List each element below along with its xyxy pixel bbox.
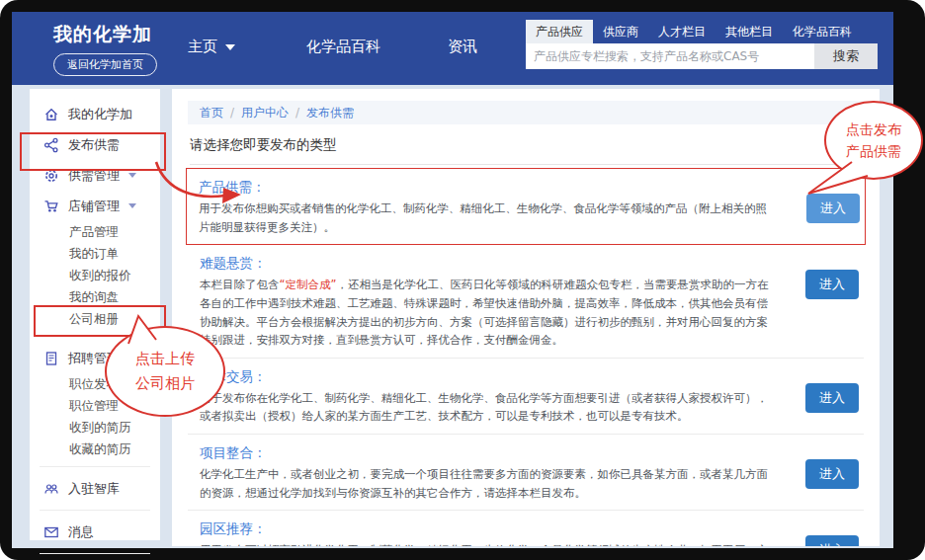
sidebar-item-messages[interactable]: 消息 [30,517,160,547]
callout-line: 公司相片 [135,371,195,397]
section-title: 项目整合： [200,444,777,462]
sidebar-label: 供需管理 [68,167,120,185]
section-product-supply: 产品供需： 用于发布你想购买或者销售的化学化工、制药化学、精细化工、生物化学、食… [186,168,866,245]
main-content: 首页 / 用户中心 / 发布供需 请选择您即要发布的类型 产品供需： 用于发布你… [172,89,880,546]
people-icon [43,481,59,497]
top-nav: 主页 化学品百科 资讯 [188,38,477,56]
sidebar-item-supply-management[interactable]: 供需管理 [30,160,160,191]
sidebar-subitem-product-management[interactable]: 产品管理 [30,221,160,243]
sidebar-item-publish-supply[interactable]: 发布供需 [30,129,160,160]
search-module: 产品供应 供应商 人才栏目 其他栏目 化学品百科 搜索 [526,20,878,69]
nav-wiki-label: 化学品百科 [306,38,380,56]
enter-button-problem-bounty[interactable]: 进入 [805,270,859,299]
sidebar-label: 店铺管理 [68,198,120,215]
body-text: 用于发布你在化学化工、制药化学、精细化工、生物化学、食品化学等方面想要引进（或者… [200,391,768,424]
body-text: 本栏目除了包含 [200,278,280,291]
enter-button-park-recommendation[interactable]: 进入 [805,535,859,546]
callout-line: 点击上传 [135,347,195,372]
body-highlight: “定制合成” [280,278,337,291]
page-title: 请选择您即要发布的类型 [190,136,864,165]
breadcrumb-user-center[interactable]: 用户中心 [241,105,289,121]
sidebar-subitem-my-orders[interactable]: 我的订单 [30,243,160,265]
section-body: 用于发布你在化学化工、制药化学、精细化工、生物化学、食品化学等方面想要引进（或者… [200,389,777,426]
body-text: 化学化工生产中，或者创业之初，要完成一个项目往往需要多方面的资源要素，如你已具备… [200,467,768,500]
breadcrumb-separator: / [295,106,299,120]
section-project-integration: 项目整合： 化学化工生产中，或者创业之初，要完成一个项目往往需要多方面的资源要素… [188,435,864,511]
breadcrumb: 首页 / 用户中心 / 发布供需 [188,101,864,124]
breadcrumb-separator: / [230,106,234,120]
callout-line: 点击发布 [846,119,901,140]
nav-home-label: 主页 [188,38,217,56]
callout-line: 产品供需 [846,140,901,162]
search-tab-wiki[interactable]: 化学品百科 [783,20,862,43]
search-tabs: 产品供应 供应商 人才栏目 其他栏目 化学品百科 [526,20,878,43]
chevron-down-icon [225,44,235,50]
sidebar-label: 我的化学加 [68,106,132,123]
gear-icon [43,168,59,184]
section-title: 园区推荐： [200,520,777,538]
cart-icon [43,199,59,214]
section-body: 化学化工生产中，或者创业之初，要完成一个项目往往需要多方面的资源要素，如你已具备… [200,465,777,502]
search-button[interactable]: 搜索 [814,43,878,69]
sidebar-item-thinktank[interactable]: 入驻智库 [30,473,160,504]
sidebar-divider [40,466,150,467]
search-tab-other[interactable]: 其他栏目 [715,20,783,43]
callout-publish-bubble: 点击发布 产品供需 [824,101,923,180]
section-body: 用于发布可以招商引进化学化工、制药化学、精细化工、生物化学、食品化学等领域的生产… [200,541,777,546]
sidebar-subitem-company-album[interactable]: 公司相册 [30,308,160,330]
back-home-button[interactable]: 返回化学加首页 [53,53,157,76]
search-tab-supplier[interactable]: 供应商 [593,20,648,43]
section-body: 本栏目除了包含“定制合成”，还相当是化学化工、医药日化等领域的科研难题众包专栏，… [200,276,777,350]
body-text: 用于发布你想购买或者销售的化学化工、制药化学、精细化工、生物化学、食品化学等领域… [199,201,767,234]
sidebar-divider [40,553,150,554]
breadcrumb-publish[interactable]: 发布供需 [306,105,354,121]
search-tab-product-supply[interactable]: 产品供应 [526,20,593,43]
nav-chemical-wiki[interactable]: 化学品百科 [306,38,380,56]
document-icon [43,351,59,366]
search-bar: 搜索 [526,43,878,69]
nav-news[interactable]: 资讯 [448,38,477,56]
section-body: 用于发布你想购买或者销售的化学化工、制药化学、精细化工、生物化学、食品化学等领域… [199,200,778,236]
nav-news-label: 资讯 [448,38,477,56]
section-problem-bounty: 难题悬赏： 本栏目除了包含“定制合成”，还相当是化学化工、医药日化等领域的科研难… [188,245,864,359]
search-input[interactable] [526,43,814,69]
sidebar-item-my-home[interactable]: 我的化学加 [30,99,160,129]
chevron-down-icon [128,173,136,178]
sidebar-label: 发布供需 [68,136,120,154]
mail-icon [43,524,59,540]
section-title: 产品供需： [199,179,778,197]
search-tab-talent[interactable]: 人才栏目 [648,20,715,43]
sidebar-divider [40,510,150,511]
sidebar-item-shop-management[interactable]: 店铺管理 [30,191,160,221]
sidebar-subitem-received-resumes[interactable]: 收到的简历 [30,417,160,439]
logo-block: 我的化学加 返回化学加首页 [53,22,157,76]
section-title: 技术交易： [200,368,777,386]
nav-home[interactable]: 主页 [188,38,235,56]
sidebar: 我的化学加 发布供需 供需管理 店铺管理 产品管理 我的订单 收到的报价 我的询… [30,89,160,540]
home-icon [43,107,59,122]
chevron-down-icon [128,203,136,208]
breadcrumb-home[interactable]: 首页 [200,105,223,121]
header: 我的化学加 返回化学加首页 主页 化学品百科 资讯 产品供应 供应商 [12,12,893,85]
sidebar-subitem-saved-resumes[interactable]: 收藏的简历 [30,439,160,460]
section-tech-trade: 技术交易： 用于发布你在化学化工、制药化学、精细化工、生物化学、食品化学等方面想… [188,359,864,435]
sidebar-label: 消息 [68,523,94,541]
enter-button-product-supply[interactable]: 进入 [806,194,860,223]
enter-button-project-integration[interactable]: 进入 [805,459,859,489]
section-title: 难题悬赏： [200,255,777,273]
section-park-recommendation: 园区推荐： 用于发布可以招商引进化学化工、制药化学、精细化工、生物化学、食品化学… [188,511,864,546]
enter-button-tech-trade[interactable]: 进入 [805,383,859,413]
sidebar-subitem-received-quotes[interactable]: 收到的报价 [30,265,160,286]
share-icon [43,137,59,153]
site-logo: 我的化学加 [53,22,157,47]
body-text: 用于发布可以招商引进化学化工、制药化学、精细化工、生物化学、食品化学等领域的生产… [200,543,768,546]
page: 我的化学加 返回化学加首页 主页 化学品百科 资讯 产品供应 供应商 [12,12,893,548]
callout-upload-bubble: 点击上传 公司相片 [105,326,225,417]
sidebar-label: 入驻智库 [68,480,120,498]
screenshot-stage: 我的化学加 返回化学加首页 主页 化学品百科 资讯 产品供应 供应商 [0,0,925,560]
sidebar-subitem-my-inquiries[interactable]: 我的询盘 [30,286,160,308]
